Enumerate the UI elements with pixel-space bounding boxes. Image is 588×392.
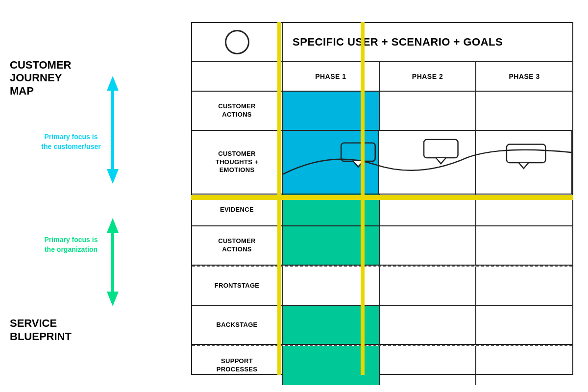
frontstage-phase3-cell [476, 267, 572, 305]
backstage-label: BACKSTAGE [216, 321, 257, 329]
primary-focus-org: Primary focus isthe organization [39, 235, 103, 254]
backstage-label-cell: BACKSTAGE [192, 306, 283, 344]
frontstage-label: FRONTSTAGE [215, 282, 260, 290]
evidence-label: EVIDENCE [220, 206, 254, 214]
customer-actions-bottom-label-cell: CUSTOMERACTIONS [192, 226, 283, 265]
yellow-vertical-band-left [277, 22, 281, 375]
backstage-phase3-cell [476, 306, 572, 344]
header-row: SPECIFIC USER + SCENARIO + GOALS [192, 23, 572, 62]
phase-2-header: PHASE 2 [380, 62, 477, 91]
customer-actions-top-label: CUSTOMERACTIONS [218, 102, 256, 119]
frontstage-label-cell: FRONTSTAGE [192, 267, 283, 305]
emotions-phase2-cell [379, 131, 476, 194]
customer-actions-bottom-label: CUSTOMERACTIONS [218, 237, 256, 254]
sb-label: SERVICE BLUEPRINT [10, 317, 72, 343]
support-label-cell: SUPPORTPROCESSES [192, 346, 283, 385]
support-label: SUPPORTPROCESSES [217, 357, 258, 374]
emotions-label: CUSTOMERTHOUGHTS +EMOTIONS [216, 150, 258, 175]
primary-focus-customer: Primary focus isthe customer/user [39, 132, 103, 151]
customer-actions-bottom-phase3-cell [476, 226, 572, 265]
yellow-vertical-band-right [361, 22, 365, 375]
customer-actions-phase3-cell [476, 92, 572, 130]
user-circle-icon [225, 30, 249, 54]
phase-1-header: PHASE 1 [283, 62, 380, 91]
svg-marker-5 [107, 292, 119, 306]
backstage-phase1-cell [283, 306, 380, 344]
phase-row: PHASE 1 PHASE 2 PHASE 3 [192, 62, 572, 92]
svg-rect-4 [111, 230, 114, 292]
dashed-divider-2 [192, 345, 572, 346]
phase-3-header: PHASE 3 [476, 62, 572, 91]
frontstage-row: FRONTSTAGE [192, 267, 572, 306]
support-phase1-cell [283, 346, 380, 385]
main-container: CUSTOMER JOURNEY MAP SERVICE BLUEPRINT P… [0, 0, 588, 392]
phase-3-label: PHASE 3 [509, 73, 539, 80]
backstage-row: BACKSTAGE [192, 306, 572, 345]
customer-actions-bottom-row: CUSTOMERACTIONS [192, 226, 572, 266]
customer-actions-bottom-phase2-cell [380, 226, 477, 265]
svg-marker-2 [107, 169, 119, 184]
frontstage-phase2-cell [380, 267, 477, 305]
phase-2-label: PHASE 2 [412, 73, 443, 80]
support-phase3-cell [476, 346, 572, 385]
svg-rect-1 [111, 88, 114, 169]
support-row: SUPPORTPROCESSES [192, 346, 572, 385]
frontstage-phase1-cell [283, 267, 380, 305]
phase-1-label: PHASE 1 [315, 73, 346, 80]
emotions-label-cell: CUSTOMERTHOUGHTS +EMOTIONS [192, 131, 283, 194]
cjm-label: CUSTOMER JOURNEY MAP [10, 59, 72, 98]
phase-empty-cell [192, 62, 283, 91]
customer-actions-phase1-cell [283, 92, 380, 130]
customer-actions-bottom-phase1-cell [283, 226, 380, 265]
emotions-phase3-cell [476, 131, 572, 194]
emotions-row: CUSTOMERTHOUGHTS +EMOTIONS [192, 131, 572, 195]
customer-actions-top-row: CUSTOMERACTIONS [192, 92, 572, 131]
header-title: SPECIFIC USER + SCENARIO + GOALS [293, 36, 503, 49]
customer-actions-top-label-cell: CUSTOMERACTIONS [192, 92, 283, 130]
support-phase2-cell [380, 346, 477, 385]
backstage-phase2-cell [380, 306, 477, 344]
customer-actions-phase2-cell [380, 92, 477, 130]
dashed-divider-1 [192, 266, 572, 267]
header-circle-cell [192, 23, 283, 61]
header-title-cell: SPECIFIC USER + SCENARIO + GOALS [283, 36, 572, 49]
emotions-phase1-cell [283, 131, 379, 194]
cyan-arrow-icon [103, 76, 122, 184]
yellow-horizontal-band [191, 195, 573, 200]
green-arrow-icon [103, 218, 122, 306]
